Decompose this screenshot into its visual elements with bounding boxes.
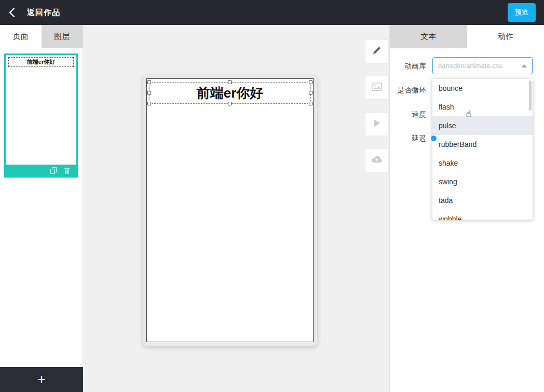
dropdown-item-bounce[interactable]: bounce [432, 79, 533, 98]
preview-button[interactable]: 预览 [508, 3, 536, 22]
tab-pages[interactable]: 页面 [0, 25, 42, 48]
resize-handle[interactable] [147, 91, 151, 94]
left-tab-row: 页面 图层 [0, 25, 83, 48]
dropdown-item-tada[interactable]: tada [432, 191, 533, 210]
thumbnail-toolbar [6, 165, 76, 176]
play-media-button[interactable] [365, 112, 389, 136]
left-panel: 页面 图层 前端er你好 + [0, 25, 83, 392]
upload-button[interactable] [365, 148, 389, 172]
right-tab-row: 文本 动作 [390, 25, 544, 48]
resize-handle[interactable] [147, 102, 151, 105]
animation-dropdown-list: bounce flash pulse rubberBand shake swin… [432, 79, 533, 220]
add-page-button[interactable]: + [0, 367, 83, 392]
dropdown-item-shake[interactable]: shake [432, 154, 533, 172]
main-canvas-area: 前端er你好 [83, 25, 389, 392]
image-icon [372, 83, 382, 93]
speed-label: 速度 [390, 109, 426, 119]
dropdown-item-pulse[interactable]: pulse [432, 116, 533, 135]
dropdown-item-wobble[interactable]: wobble [432, 210, 533, 220]
canvas-text: 前端er你好 [197, 84, 264, 102]
top-bar: 返回作品 预览 [0, 0, 544, 25]
thumbnail-text: 前端er你好 [8, 57, 74, 67]
dropdown-item-rubberband[interactable]: rubberBand [432, 135, 533, 154]
delay-slider-handle[interactable] [431, 136, 437, 141]
tool-column [365, 39, 389, 185]
resize-handle[interactable] [228, 102, 232, 105]
pencil-icon [372, 46, 382, 57]
play-icon [373, 118, 381, 130]
duplicate-page-icon[interactable] [50, 167, 57, 174]
chevron-up-icon [522, 64, 527, 67]
canvas-frame: 前端er你好 [143, 75, 317, 346]
back-chevron-icon[interactable] [8, 7, 19, 18]
resize-handle[interactable] [309, 102, 312, 105]
dropdown-item-swing[interactable]: swing [432, 172, 533, 191]
delay-label: 延迟 [390, 133, 426, 143]
add-image-button[interactable] [365, 76, 389, 100]
tab-action[interactable]: 动作 [467, 25, 544, 48]
resize-handle[interactable] [309, 80, 312, 84]
tab-layers[interactable]: 图层 [42, 25, 83, 48]
dropdown-item-flash[interactable]: flash [432, 98, 533, 116]
resize-handle[interactable] [309, 91, 312, 94]
page-thumbnail[interactable]: 前端er你好 [4, 53, 78, 178]
delete-page-icon[interactable] [64, 167, 70, 174]
resize-handle[interactable] [147, 80, 151, 84]
resize-handle[interactable] [228, 80, 232, 84]
selected-text-element[interactable]: 前端er你好 [149, 82, 311, 104]
cursor-icon: ☝ [466, 108, 471, 119]
right-panel: 文本 动作 动画库 是否循环 速度 延迟 daneden/animate.css… [389, 25, 544, 392]
tab-text[interactable]: 文本 [390, 25, 467, 48]
select-placeholder-value: daneden/animate.css [438, 62, 522, 70]
cloud-upload-icon [371, 155, 383, 166]
animation-library-select[interactable]: daneden/animate.css [432, 57, 533, 74]
loop-label: 是否循环 [390, 85, 426, 95]
edit-text-button[interactable] [365, 39, 389, 63]
animation-library-label: 动画库 [390, 61, 426, 71]
back-to-works-label[interactable]: 返回作品 [27, 8, 60, 18]
page-canvas[interactable]: 前端er你好 [146, 78, 314, 342]
dropdown-scrollbar[interactable] [529, 80, 532, 111]
